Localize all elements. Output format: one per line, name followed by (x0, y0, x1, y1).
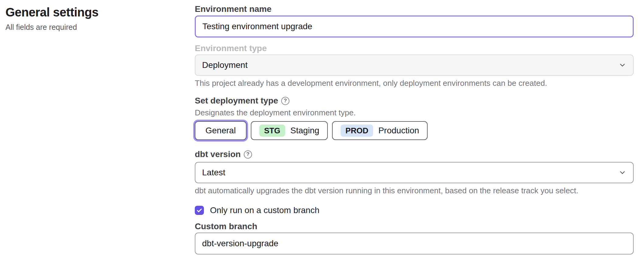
dbt-version-helper: dbt automatically upgrades the dbt versi… (195, 186, 634, 195)
custom-branch-input[interactable] (195, 233, 634, 254)
production-badge: PROD (341, 124, 373, 137)
page-subtitle: All fields are required (5, 23, 176, 32)
deployment-type-option-staging[interactable]: STG Staging (251, 121, 328, 140)
deployment-type-option-staging-label: Staging (290, 126, 319, 135)
deployment-type-option-general-label: General (205, 126, 236, 135)
dbt-version-label-row: dbt version ? (195, 150, 634, 159)
help-icon[interactable]: ? (281, 97, 289, 105)
custom-branch-checkbox[interactable] (195, 206, 204, 215)
deployment-type-label: Set deployment type (195, 96, 278, 105)
deployment-type-option-production-label: Production (378, 126, 419, 135)
custom-branch-checkbox-row: Only run on a custom branch (195, 206, 634, 215)
settings-form: Environment name Environment type Deploy… (195, 0, 634, 254)
environment-type-helper: This project already has a development e… (195, 79, 634, 87)
environment-type-select[interactable]: Deployment (195, 54, 634, 76)
heading-column: General settings All fields are required (5, 5, 176, 32)
chevron-down-icon (618, 61, 626, 69)
deployment-type-description: Designates the deployment environment ty… (195, 108, 634, 117)
deployment-type-option-production[interactable]: PROD Production (332, 121, 428, 140)
custom-branch-checkbox-label[interactable]: Only run on a custom branch (210, 205, 320, 215)
chevron-down-icon (618, 169, 626, 177)
custom-branch-label: Custom branch (195, 222, 634, 231)
environment-name-input[interactable] (195, 16, 634, 37)
environment-type-value: Deployment (202, 60, 247, 70)
help-icon[interactable]: ? (244, 150, 252, 159)
general-settings-page: General settings All fields are required… (0, 0, 644, 263)
dbt-version-select[interactable]: Latest (195, 162, 634, 183)
dbt-version-value: Latest (202, 168, 225, 177)
deployment-type-options: General STG Staging PROD Production (195, 121, 634, 140)
environment-type-label: Environment type (195, 44, 634, 53)
environment-name-label: Environment name (195, 5, 634, 13)
deployment-type-label-row: Set deployment type ? (195, 96, 634, 105)
check-icon (196, 207, 203, 214)
staging-badge: STG (259, 124, 285, 137)
page-title: General settings (5, 5, 176, 19)
dbt-version-label: dbt version (195, 150, 241, 159)
deployment-type-option-general[interactable]: General (195, 121, 247, 140)
